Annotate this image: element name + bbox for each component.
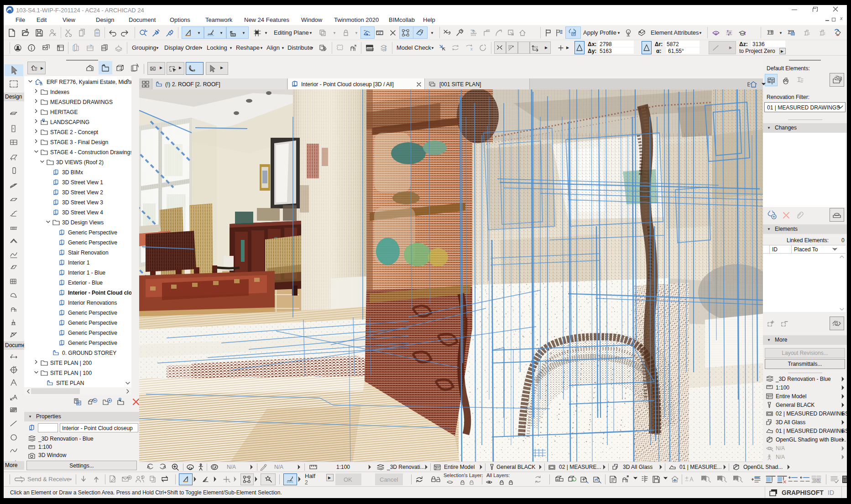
svg-text:xy: xy bbox=[232, 33, 235, 36]
svg-text:12: 12 bbox=[378, 32, 381, 35]
svg-text:GUID: GUID bbox=[813, 478, 821, 482]
